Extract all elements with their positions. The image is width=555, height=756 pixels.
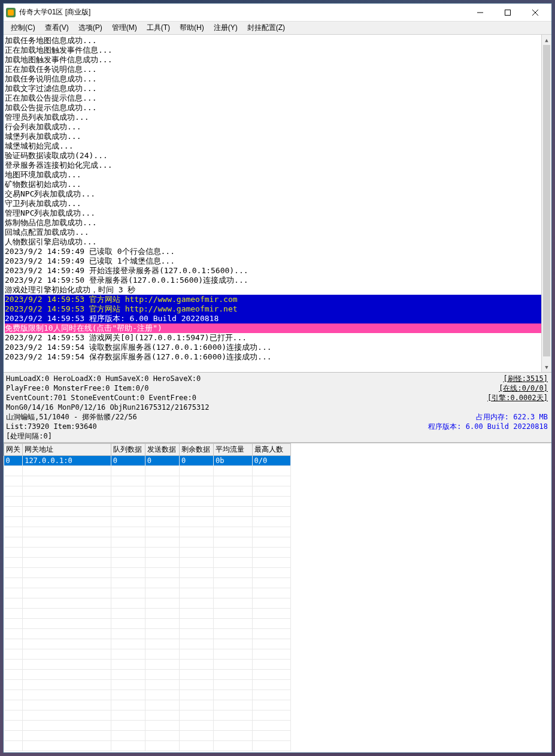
log-line: 加载地图触发事件信息成功... — [5, 55, 550, 65]
table-cell — [23, 741, 111, 751]
table-cell — [23, 537, 111, 548]
table-cell — [179, 486, 213, 497]
table-cell — [145, 721, 179, 731]
table-row[interactable] — [4, 731, 291, 741]
table-row[interactable] — [4, 609, 291, 619]
table-row[interactable] — [4, 548, 291, 558]
log-line: 守卫列表加载成功... — [5, 199, 550, 208]
maximize-button[interactable] — [494, 4, 521, 22]
table-cell — [145, 629, 179, 639]
table-cell — [145, 537, 179, 548]
log-line: 加载文字过滤信息成功... — [5, 84, 550, 93]
table-cell — [111, 609, 145, 619]
table-row[interactable] — [4, 476, 291, 486]
table-row[interactable] — [4, 690, 291, 700]
menu-tools[interactable]: 工具(T) — [142, 22, 175, 34]
table-cell — [214, 680, 252, 690]
table-row[interactable]: 0127.0.0.1:00000b0/0 — [4, 456, 291, 466]
col-address[interactable]: 网关地址 — [23, 444, 111, 456]
table-cell — [23, 670, 111, 680]
col-send[interactable]: 发送数据 — [145, 444, 179, 456]
table-row[interactable] — [4, 670, 291, 680]
table-row[interactable] — [4, 568, 291, 578]
table-cell — [252, 568, 290, 578]
menu-manage[interactable]: 管理(M) — [107, 22, 142, 34]
table-cell — [179, 527, 213, 537]
table-cell — [4, 741, 23, 751]
table-cell — [4, 609, 23, 619]
table-cell — [23, 476, 111, 486]
table-cell — [145, 670, 179, 680]
col-gateway[interactable]: 网关 — [4, 444, 23, 456]
close-button[interactable] — [521, 4, 549, 22]
table-cell — [252, 466, 290, 476]
table-row[interactable] — [4, 466, 291, 476]
table-cell — [111, 721, 145, 731]
table-cell — [4, 466, 23, 476]
table-row[interactable] — [4, 660, 291, 670]
col-maxppl[interactable]: 最高人数 — [252, 444, 290, 456]
table-cell — [23, 517, 111, 527]
table-row[interactable] — [4, 527, 291, 537]
table-cell — [4, 670, 23, 680]
table-cell — [214, 558, 252, 568]
col-avgflow[interactable]: 平均流量 — [214, 444, 252, 456]
table-row[interactable] — [4, 598, 291, 609]
table-cell — [179, 548, 213, 558]
table-cell — [111, 660, 145, 670]
minimize-button[interactable] — [466, 4, 494, 22]
table-row[interactable] — [4, 629, 291, 639]
table-row[interactable] — [4, 649, 291, 660]
log-line: 2023/9/2 14:59:50 登录服务器(127.0.0.1:5600)连… — [5, 276, 550, 285]
table-cell — [179, 639, 213, 649]
table-row[interactable] — [4, 639, 291, 649]
gateway-table[interactable]: 网关 网关地址 队列数据 发送数据 剩余数据 平均流量 最高人数 0127.0.… — [4, 443, 291, 751]
table-row[interactable] — [4, 517, 291, 527]
table-cell — [179, 710, 213, 721]
menu-options[interactable]: 选项(P) — [74, 22, 107, 34]
log-line: 回城点配置加载成功... — [5, 228, 550, 237]
log-area[interactable]: 加载任务地图信息成功...正在加载地图触发事件信息...加载地图触发事件信息成功… — [4, 35, 551, 373]
table-cell — [179, 517, 213, 527]
table-cell — [179, 578, 213, 588]
table-cell — [179, 497, 213, 507]
menu-register[interactable]: 注册(Y) — [209, 22, 242, 34]
table-row[interactable] — [4, 486, 291, 497]
table-row[interactable] — [4, 537, 291, 548]
table-cell — [252, 670, 290, 680]
menu-view[interactable]: 查看(V) — [40, 22, 74, 34]
table-row[interactable] — [4, 588, 291, 598]
table-row[interactable] — [4, 721, 291, 731]
table-row[interactable] — [4, 497, 291, 507]
table-cell: 0 — [111, 456, 145, 466]
table-cell — [4, 497, 23, 507]
table-row[interactable] — [4, 578, 291, 588]
table-cell — [145, 558, 179, 568]
table-cell — [252, 507, 290, 517]
table-row[interactable] — [4, 619, 291, 629]
col-remain[interactable]: 剩余数据 — [179, 444, 213, 456]
table-row[interactable] — [4, 710, 291, 721]
table-row[interactable] — [4, 680, 291, 690]
table-cell — [145, 486, 179, 497]
table-row[interactable] — [4, 741, 291, 751]
menu-control[interactable]: 控制(C) — [6, 22, 40, 34]
menu-anticheat[interactable]: 封挂配置(Z) — [242, 22, 290, 34]
app-window: 传奇大学01区 [商业版] 控制(C) 查看(V) 选项(P) 管理(M) 工具… — [3, 3, 552, 753]
table-cell — [179, 507, 213, 517]
table-cell — [111, 598, 145, 609]
gateway-table-area: 网关 网关地址 队列数据 发送数据 剩余数据 平均流量 最高人数 0127.0.… — [4, 443, 551, 752]
menu-help[interactable]: 帮助(H) — [175, 22, 209, 34]
col-queue[interactable]: 队列数据 — [111, 444, 145, 456]
table-cell — [111, 537, 145, 548]
table-cell — [111, 486, 145, 497]
table-row[interactable] — [4, 507, 291, 517]
table-row[interactable] — [4, 700, 291, 710]
titlebar[interactable]: 传奇大学01区 [商业版] — [4, 4, 551, 22]
scroll-down-icon[interactable]: ▼ — [542, 362, 551, 372]
table-cell — [214, 507, 252, 517]
table-row[interactable] — [4, 558, 291, 568]
scrollbar[interactable]: ▲ ▼ — [541, 35, 551, 372]
scroll-up-icon[interactable]: ▲ — [542, 35, 551, 45]
scroll-thumb[interactable] — [543, 45, 550, 356]
